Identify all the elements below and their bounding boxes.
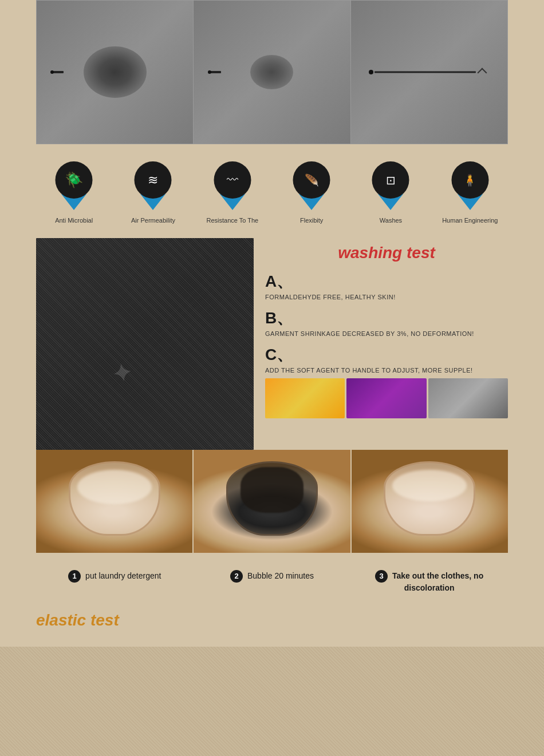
resistance-circle: 〰	[214, 161, 251, 199]
fabric-visual-10s	[194, 1, 350, 144]
flexibity-icon: 🪶	[305, 173, 319, 187]
washing-img-purple	[346, 378, 426, 418]
bowl-label-1: 1 put laundry detergent	[36, 570, 194, 594]
washing-img-machine	[428, 378, 508, 418]
feature-flexibity: 🪶 Flexibity	[277, 161, 346, 224]
feature-icon-wrap-6: 🧍	[448, 161, 491, 210]
human-engineering-icon: 🧍	[463, 173, 477, 187]
flexibity-label: Flexibity	[300, 217, 323, 224]
feature-air-permeability: ≋ Air Permeability	[119, 161, 187, 224]
flexibity-circle: 🪶	[293, 161, 330, 199]
bowl-img-2	[194, 450, 351, 553]
bowl-label-3: 3 Take out the clothes, no discoloration	[350, 570, 508, 594]
feature-icon-wrap-5: ⊡	[369, 161, 412, 210]
absorption-img-0s: 0S	[37, 1, 194, 144]
fabric-visual-0s	[37, 1, 193, 144]
washing-img-yellow	[265, 378, 345, 418]
resistance-label: Resistance To The	[206, 217, 258, 224]
feature-washes: ⊡ Washes	[356, 161, 425, 224]
washing-desc-c: ADD THE SOFT AGENT TO HANDLE TO ADJUST, …	[265, 367, 508, 374]
washing-item-c: C、 ADD THE SOFT AGENT TO HANDLE TO ADJUS…	[265, 344, 508, 418]
air-permeability-circle: ≋	[135, 161, 172, 199]
bowl-label-text-1: put laundry detergent	[85, 571, 161, 580]
feature-icon-wrap-3: 〰	[211, 161, 254, 210]
bowl-number-3: 3	[375, 570, 388, 583]
main-content: ✦ washing test A、 FORMALDEHYDE FREE, HEA…	[0, 238, 544, 450]
human-engineering-circle: 🧍	[451, 161, 488, 199]
elastic-section: elastic test	[0, 600, 544, 647]
fabric-photo: ✦	[36, 238, 254, 450]
washing-letter-a: A、	[265, 271, 293, 292]
fabric-visual-60s	[351, 1, 507, 144]
absorption-section: 0S 10S	[0, 0, 544, 144]
bowl-number-2: 2	[230, 570, 243, 583]
feature-icon-wrap-4: 🪶	[290, 161, 333, 210]
bowl-label-text-3: Take out the clothes, no discoloration	[392, 571, 483, 592]
washing-desc-b: GARMENT SHRINKAGE DECREASED BY 3%, NO DE…	[265, 330, 508, 337]
feature-resistance: 〰 Resistance To The	[198, 161, 267, 224]
washing-item-a: A、 FORMALDEHYDE FREE, HEALTHY SKIN!	[265, 271, 508, 300]
washes-icon: ⊡	[386, 173, 396, 187]
human-engineering-label: Human Engineering	[442, 217, 498, 224]
anti-microbial-label: Anti Microbial	[55, 217, 93, 224]
anti-microbial-circle: 🪲	[56, 161, 93, 199]
washing-item-b: B、 GARMENT SHRINKAGE DECREASED BY 3%, NO…	[265, 307, 508, 337]
air-permeability-icon: ≋	[148, 173, 158, 188]
absorption-img-60s: 60S	[351, 1, 507, 144]
washing-letter-b: B、	[265, 307, 293, 329]
fabric-texture	[36, 238, 254, 450]
absorption-images: 0S 10S	[36, 0, 508, 144]
washing-title: washing test	[265, 244, 508, 262]
anti-microbial-icon: 🪲	[65, 171, 83, 189]
washes-label: Washes	[380, 217, 402, 224]
bowl-label-2: 2 Bubble 20 minutes	[194, 570, 351, 594]
bowl-number-1: 1	[68, 570, 81, 583]
features-row: 🪲 Anti Microbial ≋ Air Permeability	[34, 161, 510, 224]
feature-human-engineering: 🧍 Human Engineering	[436, 161, 504, 224]
absorption-img-10s: 10S	[194, 1, 350, 144]
elastic-title: elastic test	[36, 611, 508, 630]
washing-desc-a: FORMALDEHYDE FREE, HEALTHY SKIN!	[265, 294, 508, 300]
washes-circle: ⊡	[372, 161, 409, 199]
bowl-images	[36, 450, 508, 553]
bowl-labels: 1 put laundry detergent 2 Bubble 20 minu…	[0, 564, 544, 600]
washing-images	[265, 378, 508, 418]
bowl-label-text-2: Bubble 20 minutes	[247, 571, 314, 580]
air-permeability-label: Air Permeability	[131, 217, 175, 224]
bowl-section	[0, 450, 544, 564]
bowl-img-3	[352, 450, 508, 553]
resistance-icon: 〰	[227, 173, 238, 187]
feature-anti-microbial: 🪲 Anti Microbial	[40, 161, 108, 224]
washing-info: washing test A、 FORMALDEHYDE FREE, HEALT…	[265, 238, 508, 450]
page-wrapper: 0S 10S	[0, 0, 544, 647]
feature-icon-wrap-1: 🪲	[53, 161, 96, 210]
bowl-img-1	[36, 450, 194, 553]
washing-letter-c: C、	[265, 344, 293, 366]
features-section: 🪲 Anti Microbial ≋ Air Permeability	[0, 144, 544, 235]
feature-icon-wrap-2: ≋	[132, 161, 175, 210]
